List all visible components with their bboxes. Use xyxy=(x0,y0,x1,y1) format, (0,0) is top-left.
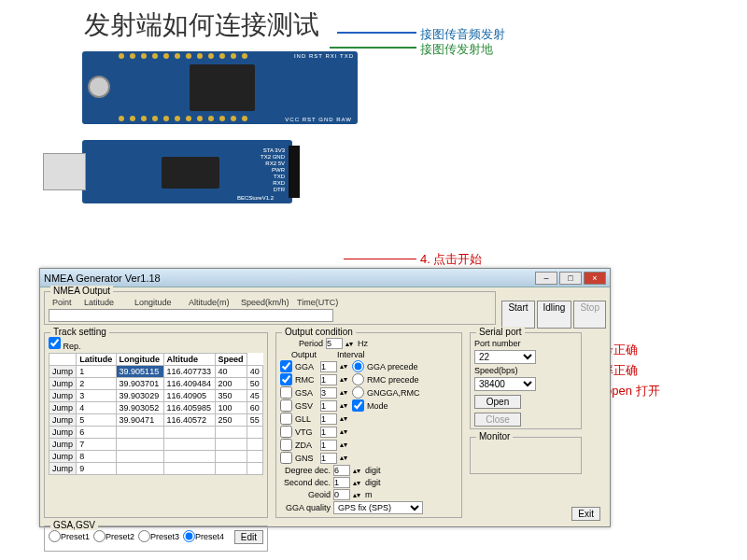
stop-button[interactable]: Stop xyxy=(573,301,606,329)
oc-interval[interactable] xyxy=(320,387,337,399)
cell-lat[interactable] xyxy=(116,427,163,439)
cell-spd[interactable]: 60 xyxy=(247,402,262,414)
cell-spd[interactable]: 55 xyxy=(247,414,262,427)
oc-interval[interactable] xyxy=(320,374,337,385)
close-button[interactable]: × xyxy=(584,272,606,285)
table-row[interactable]: Jump9 xyxy=(49,463,263,475)
oc-interval[interactable] xyxy=(320,427,337,438)
jump-cell[interactable]: Jump xyxy=(49,378,77,390)
jump-cell[interactable]: Jump xyxy=(49,463,77,475)
cell-alt[interactable] xyxy=(215,451,247,463)
oc-radio[interactable] xyxy=(352,360,364,372)
minimize-button[interactable]: – xyxy=(535,272,557,285)
geoid-val[interactable] xyxy=(333,489,350,500)
oc-check-gll[interactable] xyxy=(280,413,292,425)
cell-lon[interactable] xyxy=(163,439,215,451)
jump-cell[interactable]: Jump xyxy=(49,439,77,451)
table-row[interactable]: Jump139.905115116.4077334040 xyxy=(49,366,263,378)
cell-alt[interactable]: 200 xyxy=(215,378,247,390)
speed-select[interactable]: 38400 xyxy=(474,377,536,391)
edit-button[interactable]: Edit xyxy=(234,530,263,544)
preset-radio[interactable] xyxy=(49,530,61,542)
jump-cell[interactable]: Jump xyxy=(49,366,77,378)
cell-lat[interactable] xyxy=(116,439,163,451)
table-row[interactable]: Jump239.903701116.40948420050 xyxy=(49,378,263,390)
cell-spd[interactable]: 40 xyxy=(247,366,262,378)
cell-spd[interactable] xyxy=(247,427,262,439)
cell-lat[interactable] xyxy=(116,463,163,475)
cell-lat[interactable]: 39.903029 xyxy=(116,390,163,402)
cell-lat[interactable]: 39.903052 xyxy=(116,402,163,414)
oc-check-gga[interactable] xyxy=(280,360,292,372)
idling-button[interactable]: Idling xyxy=(537,301,572,329)
cell-lon[interactable] xyxy=(163,463,215,475)
cell-lat[interactable] xyxy=(116,451,163,463)
table-row[interactable]: Jump339.903029116.4090535045 xyxy=(49,390,263,402)
cell-alt[interactable]: 250 xyxy=(215,414,247,427)
rep-checkbox[interactable] xyxy=(49,337,61,349)
exit-button[interactable]: Exit xyxy=(571,507,600,521)
preset-2[interactable]: Preset2 xyxy=(93,530,134,542)
cell-alt[interactable]: 350 xyxy=(215,390,247,402)
table-row[interactable]: Jump539.90471116.4057225055 xyxy=(49,414,263,427)
jump-cell[interactable]: Jump xyxy=(49,414,77,427)
oc-check-gns[interactable] xyxy=(280,452,292,464)
table-row[interactable]: Jump439.903052116.40598510060 xyxy=(49,402,263,414)
table-row[interactable]: Jump8 xyxy=(49,451,263,463)
oc-interval[interactable] xyxy=(320,361,337,372)
cell-lon[interactable]: 116.409484 xyxy=(163,378,215,390)
close-button-serial[interactable]: Close xyxy=(474,413,521,427)
cell-lon[interactable]: 116.405985 xyxy=(163,402,215,414)
cell-lon[interactable]: 116.40572 xyxy=(163,414,215,427)
titlebar[interactable]: NMEA Generator Ver1.18 – □ × xyxy=(40,269,610,287)
cell-spd[interactable]: 45 xyxy=(247,390,262,402)
oc-radio[interactable] xyxy=(352,373,364,385)
table-row[interactable]: Jump7 xyxy=(49,439,263,451)
oc-check-rmc[interactable] xyxy=(280,373,292,385)
cell-alt[interactable] xyxy=(215,463,247,475)
oc-interval[interactable] xyxy=(320,440,337,451)
oc-interval[interactable] xyxy=(320,400,337,412)
oc-interval[interactable] xyxy=(320,413,337,425)
preset-3[interactable]: Preset3 xyxy=(138,530,179,542)
open-button[interactable]: Open xyxy=(474,395,521,409)
cell-lon[interactable]: 116.407733 xyxy=(163,366,215,378)
oc-check-gsv[interactable] xyxy=(280,399,292,412)
oc-interval[interactable] xyxy=(320,453,337,464)
oc-check-vtg[interactable] xyxy=(280,426,292,438)
cell-lon[interactable] xyxy=(163,427,215,439)
maximize-button[interactable]: □ xyxy=(559,272,582,285)
preset-radio[interactable] xyxy=(138,530,150,542)
oc-check-zda[interactable] xyxy=(280,439,292,451)
preset-radio[interactable] xyxy=(183,530,195,542)
cell-spd[interactable] xyxy=(247,451,262,463)
preset-radio[interactable] xyxy=(93,530,106,542)
cell-spd[interactable]: 50 xyxy=(247,378,262,390)
preset-1[interactable]: Preset1 xyxy=(49,530,90,542)
jump-cell[interactable]: Jump xyxy=(49,427,77,439)
oc-mode-check[interactable] xyxy=(352,399,364,412)
nmea-output-field[interactable] xyxy=(49,309,333,322)
gga-quality-select[interactable]: GPS fix (SPS) xyxy=(333,501,423,514)
cell-lat[interactable]: 39.90471 xyxy=(116,414,163,427)
cell-spd[interactable] xyxy=(247,439,262,451)
oc-radio[interactable] xyxy=(352,386,364,399)
cell-alt[interactable]: 100 xyxy=(215,402,247,414)
period-value[interactable] xyxy=(326,338,343,349)
jump-cell[interactable]: Jump xyxy=(49,390,77,402)
cell-alt[interactable] xyxy=(215,439,247,451)
cell-lat[interactable]: 39.903701 xyxy=(116,378,163,390)
preset-4[interactable]: Preset4 xyxy=(183,530,224,542)
cell-lat[interactable]: 39.905115 xyxy=(116,366,163,378)
jump-cell[interactable]: Jump xyxy=(49,402,77,414)
cell-lon[interactable] xyxy=(163,451,215,463)
cell-lon[interactable]: 116.40905 xyxy=(163,390,215,402)
deg-val[interactable] xyxy=(333,465,350,476)
cell-alt[interactable] xyxy=(215,427,247,439)
port-select[interactable]: 22 xyxy=(474,350,536,364)
table-row[interactable]: Jump6 xyxy=(49,427,263,439)
start-button[interactable]: Start xyxy=(501,301,534,329)
jump-cell[interactable]: Jump xyxy=(49,451,77,463)
sec-val[interactable] xyxy=(333,477,350,488)
cell-alt[interactable]: 40 xyxy=(215,366,247,378)
